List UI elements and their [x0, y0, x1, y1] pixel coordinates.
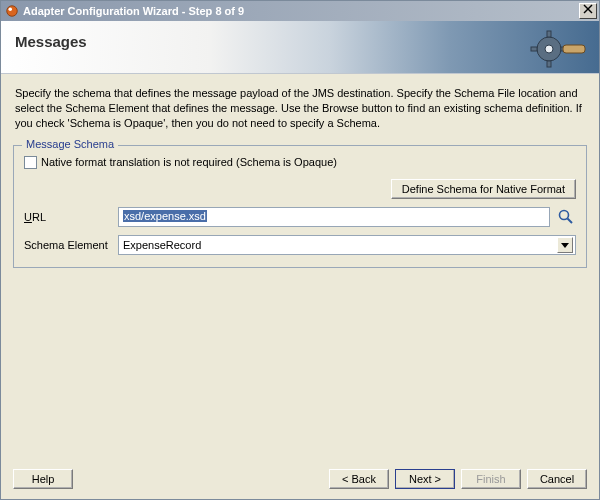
next-button[interactable]: Next > — [395, 469, 455, 489]
wizard-window: Adapter Configuration Wizard - Step 8 of… — [0, 0, 600, 500]
opaque-checkbox-row[interactable]: Native format translation is not require… — [24, 156, 576, 169]
instructions-text: Specify the schema that defines the mess… — [1, 74, 599, 139]
svg-point-5 — [545, 45, 553, 53]
svg-point-1 — [9, 8, 13, 12]
fieldset-legend: Message Schema — [22, 138, 118, 150]
svg-marker-13 — [561, 243, 569, 248]
window-title: Adapter Configuration Wizard - Step 8 of… — [23, 5, 579, 17]
url-input[interactable]: xsd/expense.xsd — [118, 207, 550, 227]
header-banner: Messages — [1, 21, 599, 74]
schema-element-label: Schema Element — [24, 239, 112, 251]
help-button[interactable]: Help — [13, 469, 73, 489]
opaque-label: Native format translation is not require… — [41, 156, 337, 168]
back-button[interactable]: < Back — [329, 469, 389, 489]
schema-element-value: ExpenseRecord — [123, 239, 201, 251]
cancel-button[interactable]: Cancel — [527, 469, 587, 489]
opaque-checkbox[interactable] — [24, 156, 37, 169]
titlebar: Adapter Configuration Wizard - Step 8 of… — [1, 1, 599, 21]
svg-rect-6 — [547, 31, 551, 37]
url-label: URL — [24, 211, 112, 223]
page-title: Messages — [15, 33, 585, 50]
finish-button: Finish — [461, 469, 521, 489]
footer-buttons: Help < Back Next > Finish Cancel — [1, 461, 599, 499]
svg-rect-7 — [547, 61, 551, 67]
define-schema-button[interactable]: Define Schema for Native Format — [391, 179, 576, 199]
svg-line-12 — [568, 218, 573, 223]
close-button[interactable] — [579, 3, 597, 19]
spacer — [1, 268, 599, 461]
magnifier-icon — [558, 209, 574, 225]
svg-rect-8 — [531, 47, 537, 51]
svg-rect-10 — [563, 45, 585, 53]
svg-point-11 — [560, 210, 569, 219]
message-schema-group: Message Schema Native format translation… — [13, 145, 587, 268]
chevron-down-icon — [557, 237, 573, 253]
app-icon — [5, 4, 19, 18]
schema-element-select[interactable]: ExpenseRecord — [118, 235, 576, 255]
gear-icon — [527, 27, 587, 71]
svg-point-0 — [7, 6, 18, 17]
browse-button[interactable] — [556, 207, 576, 227]
